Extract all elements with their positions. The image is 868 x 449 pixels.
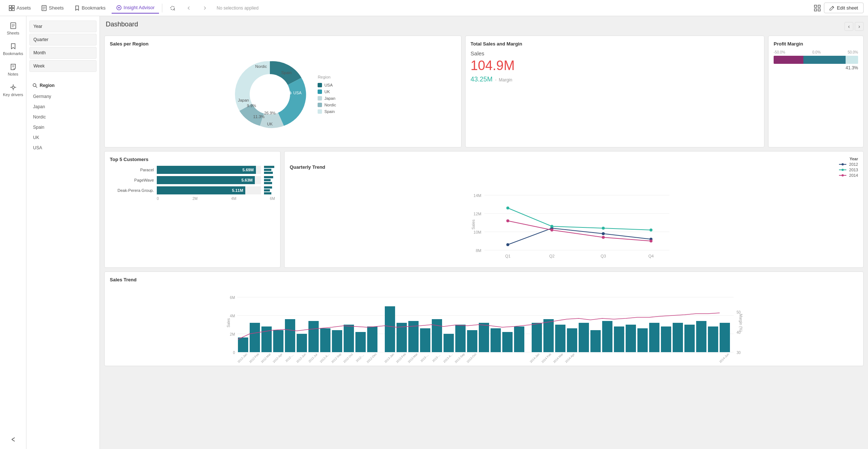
svg-point-71 <box>602 236 605 239</box>
middle-row: Top 5 Customers Paracel 5.69M <box>104 151 864 268</box>
svg-rect-124 <box>696 321 706 352</box>
region-usa[interactable]: USA <box>29 143 97 153</box>
svg-point-69 <box>506 219 509 222</box>
svg-point-30 <box>33 84 36 87</box>
svg-point-66 <box>550 225 553 228</box>
grid-icon[interactable] <box>814 4 821 12</box>
svg-rect-13 <box>818 5 820 7</box>
svg-point-23 <box>12 86 14 88</box>
sheets-icon <box>41 5 47 11</box>
back-icon <box>186 5 192 11</box>
insight-icon <box>116 5 122 11</box>
customer-name-2: PageWave <box>110 178 154 182</box>
total-sales-card: Total Sales and Margin Sales 104.9M 43.2… <box>465 36 764 147</box>
svg-text:2012-Apr: 2012-Apr <box>272 353 283 364</box>
sidebar-item-key-drivers[interactable]: Key drivers <box>1 81 25 100</box>
legend-nordic: Nordic <box>318 103 336 107</box>
svg-point-68 <box>650 229 652 231</box>
donut-chart: Spain Nordic Japan UK USA 45.5% 26.9% 11… <box>229 54 310 135</box>
nav-sheets[interactable]: Sheets <box>37 3 68 13</box>
svg-text:Japan: Japan <box>238 98 249 102</box>
legend-uk: UK <box>318 90 336 94</box>
svg-text:2012-A...: 2012-A... <box>319 353 330 364</box>
quarterly-trend-card: Quarterly Trend Year 2012 2013 <box>284 151 864 268</box>
svg-point-9 <box>118 7 120 8</box>
customer-row-2: PageWave 5.63M <box>110 176 275 184</box>
region-spain[interactable]: Spain <box>29 123 97 132</box>
svg-rect-116 <box>602 321 612 352</box>
nav-assets[interactable]: Assets <box>4 3 35 13</box>
svg-rect-122 <box>673 323 683 352</box>
region-uk[interactable]: UK <box>29 133 97 142</box>
legend-2012: 2012 <box>839 162 858 167</box>
filter-week[interactable]: Week <box>29 60 97 72</box>
svg-text:Sales: Sales <box>227 318 231 327</box>
svg-rect-108 <box>502 332 513 352</box>
svg-text:2014-Jan: 2014-Jan <box>529 353 540 364</box>
sidebar-collapse[interactable] <box>1 433 25 449</box>
region-japan[interactable]: Japan <box>29 102 97 112</box>
svg-rect-109 <box>514 326 524 352</box>
nav-bookmarks[interactable]: Bookmarks <box>70 3 110 13</box>
prev-page-button[interactable]: ‹ <box>845 22 853 31</box>
bottom-row: Sales Trend 0 2M 4M 6M 30 40 50 Sales Ma… <box>104 271 864 366</box>
next-page-button[interactable]: › <box>855 22 864 31</box>
svg-point-65 <box>506 207 509 209</box>
nav-insight-advisor[interactable]: Insight Advisor <box>112 3 159 14</box>
key-drivers-icon <box>10 84 17 91</box>
customer-row-3: Deak-Perera Group. 5.11M <box>110 186 275 194</box>
nav-tool1[interactable] <box>165 3 180 13</box>
sales-label: Sales <box>471 50 759 56</box>
svg-point-63 <box>602 232 605 235</box>
bar-axis: 0 2M 4M 6M <box>110 197 275 201</box>
svg-text:Q4: Q4 <box>648 254 654 258</box>
svg-rect-120 <box>649 323 659 352</box>
filter-quarter[interactable]: Quarter <box>29 34 97 45</box>
svg-rect-3 <box>12 8 14 11</box>
svg-rect-119 <box>637 328 648 352</box>
top-customers-card: Top 5 Customers Paracel 5.69M <box>104 151 281 268</box>
svg-text:2012-...: 2012-... <box>355 353 365 363</box>
sales-per-region-card: Sales per Region <box>104 36 462 147</box>
filter-month[interactable]: Month <box>29 47 97 59</box>
svg-text:2014 Feb: 2014 Feb <box>541 353 552 364</box>
svg-text:Margin (%): Margin (%) <box>739 314 743 332</box>
sheets-sidebar-icon <box>10 22 17 29</box>
svg-text:2012-Jan: 2012-Jan <box>237 353 248 364</box>
svg-text:Q3: Q3 <box>601 254 606 258</box>
notes-sidebar-icon <box>10 63 17 70</box>
region-germany[interactable]: Germany <box>29 92 97 101</box>
nav-tool3[interactable] <box>198 3 212 13</box>
sidebar-item-sheets[interactable]: Sheets <box>1 19 25 38</box>
svg-text:2012-Jun: 2012-Jun <box>296 353 307 364</box>
sales-trend-chart: 0 2M 4M 6M 30 40 50 Sales Margin (%) <box>110 286 858 359</box>
svg-rect-95 <box>344 325 354 352</box>
svg-text:Q1: Q1 <box>505 254 511 258</box>
svg-text:2012-Jul: 2012-Jul <box>308 353 318 363</box>
sidebar-item-notes[interactable]: Notes <box>1 60 25 79</box>
edit-icon <box>829 6 835 11</box>
svg-rect-12 <box>814 5 817 7</box>
customer-fill-2: 5.63M <box>157 176 255 184</box>
svg-point-70 <box>550 229 553 231</box>
nav-tool2[interactable] <box>181 3 196 13</box>
svg-rect-98 <box>385 306 395 352</box>
legend-2013: 2013 <box>839 168 858 172</box>
svg-text:9.9%: 9.9% <box>247 103 256 108</box>
svg-text:2013-...: 2013-... <box>420 353 429 363</box>
customers-bar-chart: Paracel 5.69M PageWave <box>110 166 275 194</box>
filter-year[interactable]: Year <box>29 21 97 32</box>
svg-text:Sales: Sales <box>471 219 475 230</box>
svg-rect-102 <box>432 319 442 352</box>
svg-text:UK: UK <box>267 122 273 126</box>
customer-name-1: Paracel <box>110 168 154 172</box>
sidebar-item-bookmarks[interactable]: Bookmarks <box>1 40 25 59</box>
legend-usa: USA <box>318 83 336 87</box>
svg-text:2013-Jan: 2013-Jan <box>384 353 395 364</box>
svg-point-61 <box>506 243 509 246</box>
region-nordic[interactable]: Nordic <box>29 112 97 122</box>
edit-sheet-button[interactable]: Edit sheet <box>824 3 864 13</box>
svg-text:2013-Feb: 2013-Feb <box>395 353 407 364</box>
svg-rect-105 <box>467 330 477 352</box>
profit-purple-segment <box>774 56 803 64</box>
